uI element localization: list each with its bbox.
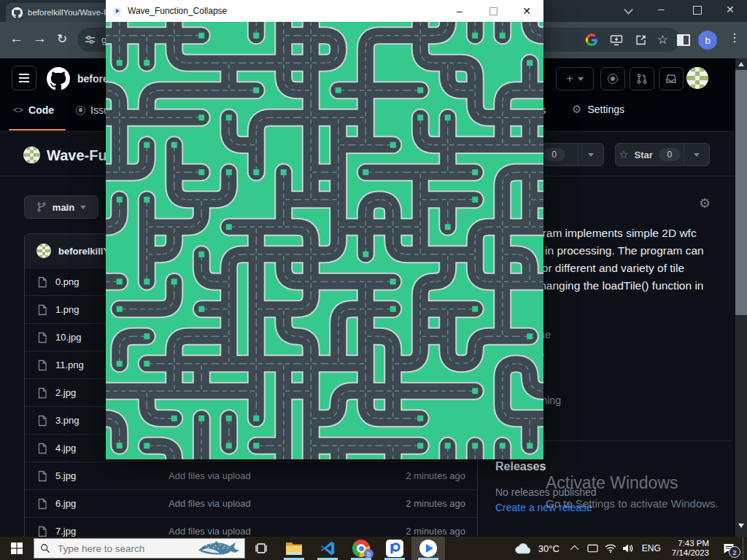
forward-icon[interactable]: → xyxy=(33,31,47,47)
taskbar-app-sketch-active[interactable] xyxy=(411,537,445,560)
commit-time: 2 minutes ago xyxy=(406,498,465,509)
scroll-up-arrow[interactable] xyxy=(738,62,744,66)
share-icon[interactable] xyxy=(635,34,647,46)
sketch-window-icon xyxy=(113,7,121,15)
plus-icon: + xyxy=(566,73,573,85)
taskbar-app-processing-ide[interactable] xyxy=(378,537,411,560)
file-name[interactable]: 5.jpg xyxy=(55,470,169,481)
taskbar-app-explorer[interactable] xyxy=(277,537,311,560)
file-icon xyxy=(36,359,48,371)
taskbar-search-box[interactable] xyxy=(34,538,245,559)
create-release-link[interactable]: Create a new release xyxy=(495,502,592,513)
gear-icon: ⚙ xyxy=(572,103,581,116)
wfc-window[interactable]: Wave_Function_Collapse – ✕ xyxy=(106,0,543,459)
weather-widget[interactable]: 30°C xyxy=(507,542,567,555)
show-desktop-strip[interactable] xyxy=(743,537,747,560)
file-icon xyxy=(36,387,48,399)
file-icon xyxy=(36,304,48,316)
issues-button[interactable] xyxy=(600,67,625,90)
processing-ide-icon xyxy=(386,540,403,557)
scrollbar-thumb[interactable] xyxy=(735,70,747,315)
file-icon xyxy=(36,498,48,510)
task-view-icon xyxy=(255,542,268,554)
wfc-close-button[interactable]: ✕ xyxy=(510,0,543,22)
wfc-titlebar[interactable]: Wave_Function_Collapse – ✕ xyxy=(106,0,543,22)
wfc-canvas xyxy=(106,22,543,459)
wfc-minimize-button[interactable]: – xyxy=(443,0,476,22)
user-avatar[interactable] xyxy=(686,67,708,89)
commit-message[interactable]: Add files via upload xyxy=(169,470,406,481)
processing-sketch-icon xyxy=(419,540,437,557)
commit-author-avatar xyxy=(36,244,51,258)
releases-title[interactable]: Releases xyxy=(495,460,546,473)
search-input[interactable] xyxy=(56,542,176,555)
hamburger-menu-button[interactable] xyxy=(12,66,36,90)
commit-message[interactable]: Add files via upload xyxy=(169,526,406,537)
browser-minimize-button[interactable]: – xyxy=(658,2,664,15)
back-icon[interactable]: ← xyxy=(9,31,23,47)
table-row[interactable]: 6.jpg Add files via upload 2 minutes ago xyxy=(25,489,477,517)
commit-message[interactable]: Add files via upload xyxy=(169,498,406,509)
fork-dropdown[interactable] xyxy=(578,144,603,166)
reload-icon[interactable]: ↻ xyxy=(57,31,67,47)
issue-icon xyxy=(608,74,618,84)
start-button[interactable] xyxy=(0,537,34,560)
tab-code[interactable]: <> Code xyxy=(13,104,54,116)
branch-name: main xyxy=(53,202,74,213)
wfc-maximize-button[interactable] xyxy=(476,0,510,22)
table-row[interactable]: 5.jpg Add files via upload 2 minutes ago xyxy=(25,462,477,489)
file-icon xyxy=(36,526,48,537)
tray-show-hidden[interactable] xyxy=(567,545,584,551)
clock-date: 7/14/2023 xyxy=(672,548,709,558)
file-name[interactable]: 7.jpg xyxy=(55,526,169,537)
browser-menu-kebab-icon[interactable]: ⋮ xyxy=(729,31,740,44)
taskbar-app-vscode[interactable] xyxy=(311,537,344,560)
cloud-icon xyxy=(514,542,533,555)
task-view-button[interactable] xyxy=(245,537,277,560)
vscode-icon xyxy=(320,540,336,556)
github-favicon xyxy=(12,7,23,18)
browser-close-button[interactable]: ✕ xyxy=(726,4,735,15)
star-dropdown[interactable] xyxy=(684,144,709,166)
tray-clock[interactable]: 7:43 PM 7/14/2023 xyxy=(666,539,715,558)
create-new-button[interactable]: + xyxy=(556,67,594,90)
file-icon xyxy=(36,332,48,343)
taskbar-app-chrome[interactable]: b xyxy=(344,537,378,560)
file-name[interactable]: 6.jpg xyxy=(55,498,169,509)
bookmark-star-icon[interactable]: ☆ xyxy=(657,32,668,47)
google-icon[interactable] xyxy=(585,34,598,47)
inbox-button[interactable] xyxy=(659,67,684,90)
pull-requests-button[interactable] xyxy=(630,67,654,90)
tab-settings[interactable]: ⚙ Settings xyxy=(572,103,624,116)
tray-tablet-mode[interactable] xyxy=(584,544,602,553)
site-settings-icon[interactable] xyxy=(85,34,96,45)
tray-language[interactable]: ENG xyxy=(637,543,666,553)
language-label: ENG xyxy=(642,543,661,553)
releases-empty-text: No releases published xyxy=(495,486,597,498)
action-center-button[interactable]: 2 xyxy=(715,537,743,560)
install-icon[interactable] xyxy=(610,34,623,46)
page-scrollbar[interactable] xyxy=(735,58,747,537)
branch-selector[interactable]: main xyxy=(24,195,98,219)
scroll-down-arrow[interactable] xyxy=(738,524,744,528)
star-button[interactable]: ☆ Star 0 xyxy=(615,143,710,166)
code-icon: <> xyxy=(13,105,23,115)
commit-time: 2 minutes ago xyxy=(406,526,465,537)
side-panel-icon[interactable] xyxy=(677,34,690,46)
whale-shark-image xyxy=(196,540,241,559)
file-icon xyxy=(36,470,48,482)
browser-restore-button[interactable] xyxy=(693,6,702,15)
tray-wifi[interactable] xyxy=(602,544,619,553)
file-explorer-icon xyxy=(285,541,303,556)
clock-time: 7:43 PM xyxy=(672,539,709,548)
tab-code-active-underline xyxy=(9,129,66,131)
tray-volume[interactable] xyxy=(619,544,637,553)
file-icon xyxy=(36,443,48,454)
windows-logo-icon xyxy=(11,542,23,554)
file-icon xyxy=(36,415,48,427)
star-icon: ☆ xyxy=(619,148,628,161)
about-gear-icon[interactable]: ⚙ xyxy=(699,195,711,211)
table-row[interactable]: 7.jpg Add files via upload 2 minutes ago xyxy=(25,517,477,537)
browser-profile-avatar[interactable]: b xyxy=(698,31,717,50)
github-logo[interactable] xyxy=(47,67,70,93)
